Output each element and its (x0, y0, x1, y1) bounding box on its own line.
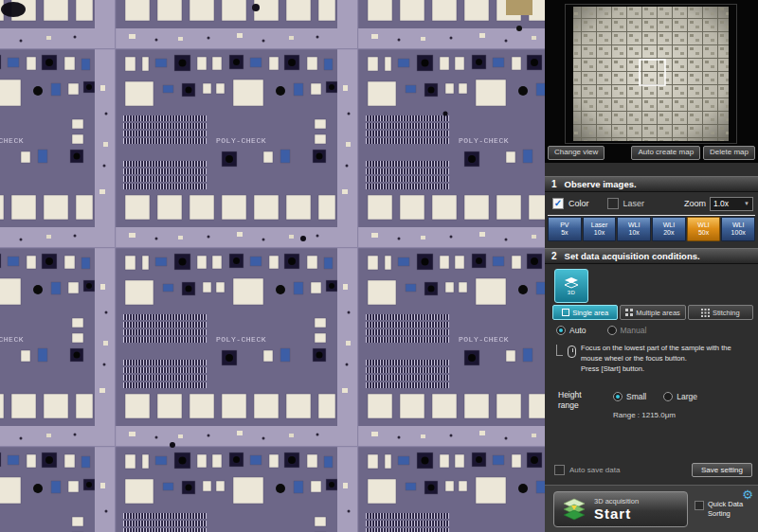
large-radio[interactable] (663, 392, 673, 401)
small-radio[interactable] (613, 392, 623, 401)
tab-label: Stitching (713, 309, 740, 317)
navigation-map: Change view Auto create map Delete map (545, 0, 758, 163)
lens-mag: 10x (629, 229, 640, 237)
observe-section-header: 1 Observe images. (545, 176, 758, 192)
tab-single-area[interactable]: Single area (552, 305, 618, 320)
settings-gear-icon[interactable]: ⚙ (742, 488, 753, 501)
elbow-connector (556, 345, 563, 356)
quick-data-sorting: Quick Data Sorting (695, 500, 743, 519)
height-range-radios: Small Large (613, 392, 697, 401)
manual-label: Manual (621, 326, 647, 335)
chip-micrograph: POLY-CHECK (0, 0, 545, 532)
save-row: Auto save data Save setting (554, 462, 752, 477)
image-mode-row: ✓ Color Laser Zoom 1.0x ▼ (552, 195, 753, 212)
navmap-buttons: Change view Auto create map Delete map (548, 146, 755, 160)
manual-radio[interactable] (607, 326, 617, 335)
lens-wli-20x-button[interactable]: WLI 20x (652, 217, 686, 241)
zoom-control: Zoom 1.0x ▼ (684, 197, 753, 211)
quick-sort-line: Sorting (708, 509, 731, 518)
acquisition-step-number: 2 (551, 251, 557, 261)
lens-label: WLI (663, 222, 675, 229)
large-label: Large (677, 392, 697, 401)
start-label: Start (594, 505, 639, 522)
lens-mag: 50x (698, 229, 709, 237)
zoom-select[interactable]: 1.0x ▼ (710, 197, 753, 211)
observe-section-title: Observe images. (565, 179, 637, 189)
acquisition-layers-icon (562, 498, 587, 521)
lens-laser-10x-button[interactable]: Laser 10x (583, 217, 617, 241)
mode-3d-button[interactable]: 3D (554, 269, 588, 303)
quick-sort-label: Quick Data Sorting (708, 500, 743, 519)
focus-instruction: Focus on the lowest part of the sample w… (556, 343, 755, 374)
save-setting-button[interactable]: Save setting (692, 463, 752, 477)
tab-label: Single area (572, 309, 608, 317)
mode-3d-label: 3D (568, 290, 576, 295)
height-label-line: range (558, 400, 579, 410)
small-label: Small (626, 392, 646, 401)
map-thumbnail[interactable] (565, 4, 737, 144)
lens-label: WLI (732, 222, 744, 229)
microscope-view[interactable]: POLY-CHECK (0, 0, 545, 532)
lens-pv-5x-button[interactable]: PV 5x (548, 217, 582, 241)
map-thumbnail-image (566, 5, 736, 143)
auto-save-label: Auto save data (569, 466, 620, 474)
control-panel: Change view Auto create map Delete map 1… (545, 0, 758, 532)
mouse-icon (568, 346, 576, 358)
quick-sort-checkbox[interactable] (695, 501, 704, 510)
delete-map-button[interactable]: Delete map (703, 146, 755, 160)
instruction-line: Focus on the lowest part of the sample w… (581, 343, 731, 353)
instruction-line: Press [Start] button. (581, 364, 731, 374)
single-square-icon (562, 309, 569, 316)
range-value: Range : 1215.0μm (613, 411, 676, 419)
acquisition-section-title: Set data acquisition conditions. (565, 251, 700, 261)
height-range-label: Height range (558, 390, 582, 411)
zoom-value: 1.0x (713, 199, 729, 208)
grid-3x3-icon (701, 309, 710, 317)
auto-save-checkbox[interactable] (554, 465, 565, 475)
observe-step-number: 1 (551, 179, 557, 189)
color-checkbox[interactable]: ✓ (552, 198, 564, 209)
grid-2x2-icon (625, 309, 633, 316)
app-window: POLY-CHECK (0, 0, 758, 532)
laser-checkbox[interactable] (607, 198, 619, 209)
lens-mag: 5x (561, 229, 568, 237)
laser-label: Laser (623, 199, 645, 208)
instruction-text: Focus on the lowest part of the sample w… (581, 343, 731, 374)
color-label: Color (568, 199, 589, 208)
lens-mag: 20x (663, 229, 674, 237)
focus-mode-row: Auto Manual (556, 326, 646, 335)
start-button-text: 3D acquisition Start (594, 497, 639, 522)
auto-create-map-button[interactable]: Auto create map (631, 146, 700, 160)
lens-mag: 10x (594, 229, 605, 237)
tab-multiple-areas[interactable]: Multiple areas (620, 305, 685, 320)
chevron-down-icon: ▼ (744, 201, 749, 206)
lens-label: WLI (628, 222, 640, 229)
lens-wli-100x-button[interactable]: WLI 100x (721, 217, 755, 241)
instruction-line: mouse wheel or the focus button. (581, 353, 731, 364)
lens-wli-50x-button[interactable]: WLI 50x (687, 217, 721, 241)
start-acquisition-button[interactable]: 3D acquisition Start (553, 491, 688, 527)
lens-wli-10x-button[interactable]: WLI 10x (617, 217, 651, 241)
quick-sort-line: Quick Data (708, 500, 743, 508)
acquisition-label: 3D acquisition (594, 497, 639, 505)
lens-mag: 100x (731, 229, 746, 237)
zoom-label: Zoom (684, 199, 706, 208)
height-label-line: Height (558, 390, 582, 399)
tab-stitching[interactable]: Stitching (688, 305, 753, 320)
lens-label: WLI (697, 222, 709, 229)
area-tabs: Single area Multiple areas Stitching (552, 305, 753, 320)
auto-radio[interactable] (556, 326, 566, 335)
tab-label: Multiple areas (636, 309, 680, 317)
auto-label: Auto (569, 326, 587, 335)
acquisition-section-header: 2 Set data acquisition conditions. (545, 248, 758, 264)
lens-button-row: PV 5x Laser 10x WLI 10x WLI 20x WLI 50x … (548, 215, 755, 241)
lens-label: Laser (591, 222, 608, 229)
layers-3d-icon (564, 277, 579, 289)
change-view-button[interactable]: Change view (548, 146, 605, 160)
lens-label: PV (560, 222, 568, 229)
acquisition-footer: 3D acquisition Start Quick Data Sorting … (545, 485, 758, 532)
